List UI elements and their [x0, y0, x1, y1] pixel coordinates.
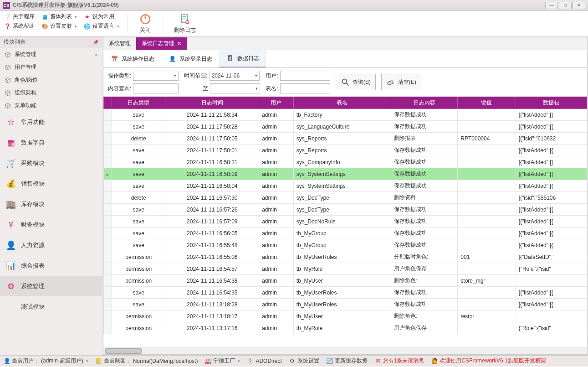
subtab-1[interactable]: 👤系统登录日志 [161, 50, 219, 67]
minimize-button[interactable]: — [545, 2, 558, 9]
subtab-icon: 📅 [110, 54, 119, 63]
table-row[interactable]: save2024-11-11 16:56:05admintb_MyGroup保存… [104, 227, 587, 239]
clear-button[interactable]: 清空(E) [381, 74, 421, 90]
tab-0[interactable]: 系统管理 [103, 37, 136, 50]
column-header[interactable]: 日志时间 [165, 97, 259, 109]
table-row[interactable]: save2024-11-11 16:58:04adminsys_SystemSe… [104, 180, 587, 192]
sidebar-nav-7[interactable]: 📊综合报表 [0, 256, 102, 276]
table-row[interactable]: permission2024-11-11 16:54:38admintb_MyU… [104, 275, 587, 287]
horizontal-scrollbar[interactable] [103, 347, 587, 354]
search-button[interactable]: 查询(S) [336, 74, 376, 90]
user-input[interactable] [280, 71, 330, 81]
table-row[interactable]: permission2024-11-11 13:17:16admintb_MyR… [104, 322, 587, 334]
sidebar-top-item[interactable]: 组织架构 [0, 87, 102, 99]
globe-icon: 🌐 [83, 23, 91, 30]
column-header[interactable]: 日志内容 [391, 97, 458, 109]
set-default-button[interactable]: ★ 设为常用 [83, 13, 114, 21]
content-input[interactable] [133, 83, 179, 93]
table-row[interactable]: save2024-11-11 16:57:26adminsys_DocType保… [104, 204, 587, 216]
sidebar-nav-1[interactable]: ▦数据字典 [0, 133, 102, 153]
status-settings[interactable]: ⚙ 系统设置 [289, 357, 319, 365]
sidebar-nav-8[interactable]: ⚙系统管理 [0, 276, 102, 297]
status-ado[interactable]: 🗄 ADODirect [247, 358, 281, 364]
subtab-0[interactable]: 📅系统操作日志 [103, 50, 161, 67]
delete-log-button[interactable]: 删除日志 [171, 13, 199, 34]
subtab-icon: 🗄 [225, 54, 235, 63]
nav-icon: ▦ [5, 137, 16, 148]
person-icon: 🙋 [431, 358, 438, 364]
table-row[interactable]: delete2024-11-11 16:57:30adminsys_DocTyp… [104, 192, 587, 204]
sidebar-nav-2[interactable]: 🛒采购模块 [0, 153, 102, 174]
sidebar-nav-0[interactable]: ☆常用功能 [0, 112, 102, 133]
column-header[interactable]: 表名 [293, 97, 391, 109]
nav-icon: 🛒 [5, 158, 16, 169]
column-header[interactable]: 用户 [259, 97, 294, 109]
column-header[interactable]: 日志类型 [112, 97, 165, 109]
op-type-combo[interactable]: ▾ [133, 71, 179, 81]
sidebar-top-item[interactable]: 系统管理« [0, 48, 102, 61]
window-list-label: 窗体列表 [50, 13, 72, 21]
table-row[interactable]: save2024-11-11 16:55:48admintb_MyGroup保存… [104, 239, 587, 251]
column-header[interactable]: 键值 [458, 97, 516, 109]
gear-icon: ⚙ [289, 358, 296, 364]
sidebar-nav-3[interactable]: 💰销售模块 [0, 174, 102, 194]
mail-icon: ✉ [375, 358, 381, 364]
sidebar-top-item[interactable]: 角色/岗位 [0, 74, 102, 87]
clear-button-label: 清空(E) [398, 78, 416, 86]
table-row[interactable]: save2024-11-11 16:57:09adminsys_DocNoRul… [104, 216, 587, 227]
search-button-label: 查询(S) [353, 78, 371, 86]
cube-icon [5, 103, 11, 109]
sidebar-top-item[interactable]: 用户管理 [0, 61, 102, 74]
cube-icon [5, 52, 11, 58]
pin-icon[interactable]: 📌 [93, 40, 98, 45]
sidebar-nav-4[interactable]: 🏬库存模块 [0, 194, 102, 215]
window-list-button[interactable]: ▦ 窗体列表▾ [41, 13, 77, 21]
date-from-combo[interactable]: 2024-11-06▾ [210, 71, 260, 81]
table-row[interactable]: save2024-11-11 17:50:01adminsys_Reports保… [104, 145, 587, 156]
status-unread[interactable]: ✉ 您有1条未读消息 [375, 357, 424, 365]
table-row[interactable]: permission2024-11-11 13:18:17admintb_MyU… [104, 310, 587, 322]
database-icon: 🗄 [247, 358, 254, 364]
content-label: 内容查询: [108, 85, 131, 93]
table-row[interactable]: save2024-11-11 16:58:09adminsys_SystemSe… [104, 168, 587, 180]
table-row[interactable]: save2024-11-11 17:50:28adminsys_Language… [104, 121, 587, 133]
sidebar-nav-9[interactable]: 测试模块 [0, 297, 102, 317]
nav-icon [5, 301, 16, 312]
date-to-combo[interactable]: ▾ [210, 83, 260, 93]
table-row[interactable]: permission2024-11-11 16:54:57admintb_MyR… [104, 263, 587, 275]
table-row[interactable]: save2024-11-11 13:18:28admintb_MyUserRol… [104, 299, 587, 310]
table-input[interactable] [280, 83, 330, 93]
statusbar: 👤 当前用户： (admin-超级用户)▾ 📒 当前账套： Normal(DaM… [0, 355, 588, 366]
table-row[interactable]: save2024-11-11 16:58:31adminsys_CompanyI… [104, 156, 587, 168]
status-account[interactable]: 📒 当前账套： Normal(DaMeng:localhost) [96, 357, 198, 365]
status-factory[interactable]: 🏭 宁德工厂▾ [205, 357, 240, 365]
sidebar-top-item[interactable]: 菜单功能 [0, 99, 102, 112]
window-title: C/S系统快速开发框架-旗舰版V6.1(2024-09) [13, 1, 545, 9]
info-icon: ❔ [4, 13, 11, 21]
subtab-2[interactable]: 🗄数据日志 [219, 50, 266, 67]
titlebar: CS C/S系统快速开发框架-旗舰版V6.1(2024-09) — □ ✕ [0, 0, 588, 11]
status-user[interactable]: 👤 当前用户： (admin-超级用户)▾ [4, 357, 88, 365]
log-table-wrap[interactable]: 日志类型日志时间用户表名日志内容键值数据包 save2024-11-11 21:… [103, 97, 587, 347]
ribbon: ❔ 关于程序 ▦ 窗体列表▾ ★ 设为常用 ❓ 系统帮助 🎨 设置皮肤▾ 🌐 [0, 11, 588, 36]
table-row[interactable]: save2024-11-11 21:58:34admintb_Factory保存… [104, 109, 587, 121]
table-row[interactable]: delete2024-11-11 17:50:05adminsys_Report… [104, 133, 587, 145]
maximize-button[interactable]: □ [559, 2, 572, 9]
close-tab-button[interactable]: 关闭 [136, 13, 154, 34]
table-row[interactable]: permission2024-11-11 16:55:06admintb_MyU… [104, 251, 587, 263]
delete-log-label: 删除日志 [174, 26, 196, 34]
sidebar-nav-5[interactable]: ¥财务模块 [0, 215, 102, 235]
help-button[interactable]: ❓ 系统帮助 [4, 22, 35, 30]
subtab-icon: 👤 [168, 54, 177, 63]
tab-1[interactable]: 系统日志管理✕ [136, 37, 187, 50]
language-button[interactable]: 🌐 设置语言▾ [83, 22, 119, 30]
nav-icon: 📊 [5, 260, 16, 271]
close-window-button[interactable]: ✕ [573, 2, 585, 9]
table-row[interactable]: save2024-11-11 16:54:35admintb_MyUserRol… [104, 287, 587, 299]
status-refresh[interactable]: 🔄 更新缓存数据 [327, 357, 368, 365]
about-button[interactable]: ❔ 关于程序 [4, 13, 35, 21]
column-header[interactable]: 数据包 [516, 97, 587, 109]
skin-button[interactable]: 🎨 设置皮肤▾ [41, 22, 77, 30]
sidebar-nav-6[interactable]: 👤人力资源 [0, 235, 102, 256]
close-icon[interactable]: ✕ [177, 41, 181, 47]
